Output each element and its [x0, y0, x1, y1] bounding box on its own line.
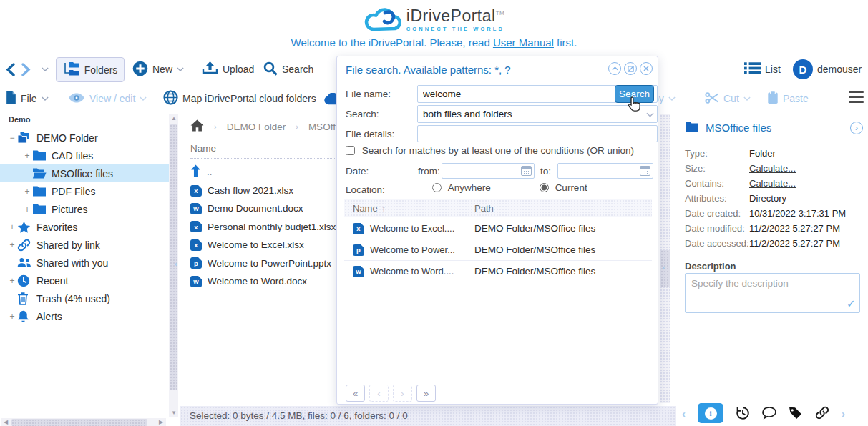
- search-result-row[interactable]: wWelcome to Word....DEMO Folder/MSOffice…: [344, 261, 652, 282]
- date-from-label: from:: [418, 166, 440, 177]
- tree-expander-icon[interactable]: +: [7, 222, 17, 232]
- file-details-input[interactable]: [417, 125, 658, 142]
- dialog-close-icon[interactable]: [640, 62, 653, 75]
- details-panel: MSOffice files › Type:FolderSize:Calcula…: [676, 113, 868, 426]
- date-to-input[interactable]: [557, 163, 653, 179]
- property-value-link[interactable]: Calculate...: [749, 163, 796, 178]
- tree-expander-icon[interactable]: +: [7, 312, 17, 322]
- sidebar-hscroll-thumb[interactable]: [11, 419, 147, 426]
- scroll-left-icon[interactable]: ◀: [4, 420, 8, 425]
- file-row[interactable]: wWelcome to Word.docx: [190, 272, 307, 290]
- details-expand-icon[interactable]: ›: [850, 122, 863, 134]
- share-link-icon[interactable]: [815, 406, 829, 420]
- details-title: MSOffice files: [706, 122, 771, 134]
- property-value-link[interactable]: Calculate...: [749, 178, 796, 193]
- tree-item-label: Recent: [36, 275, 68, 287]
- tree-expander-icon[interactable]: +: [22, 151, 32, 161]
- file-type-icon-x: x: [190, 221, 202, 232]
- description-input[interactable]: [685, 273, 860, 313]
- file-row[interactable]: pWelcome to PowerPoint.pptx: [190, 254, 331, 272]
- history-icon[interactable]: [736, 406, 750, 420]
- first-page-button[interactable]: «: [346, 385, 365, 402]
- file-name-label: File name:: [346, 89, 391, 99]
- up-directory-row[interactable]: ..: [190, 163, 213, 181]
- details-collapse-handle[interactable]: ‹: [663, 263, 665, 272]
- tree-expander-icon[interactable]: −: [7, 133, 17, 143]
- nav-forward-button[interactable]: [21, 57, 31, 81]
- results-name-column-header[interactable]: Name ↑: [344, 199, 444, 217]
- comments-icon[interactable]: [762, 406, 776, 420]
- new-button[interactable]: New: [132, 57, 184, 81]
- file-row[interactable]: xCash flow 2021.xlsx: [190, 182, 293, 199]
- user-menu[interactable]: D demouser: [793, 57, 862, 81]
- sidebar-item-pictures[interactable]: +Pictures: [0, 200, 169, 218]
- tree-expander-icon[interactable]: +: [7, 240, 17, 250]
- info-tab-button[interactable]: i: [698, 403, 723, 423]
- property-row: Type:Folder: [685, 148, 864, 163]
- search-result-row[interactable]: pWelcome to Power...DEMO Folder/MSOffice…: [344, 239, 652, 261]
- property-value: 11/2/2022 5:27:27 PM: [749, 223, 840, 238]
- actions-prev-icon[interactable]: ‹: [682, 407, 686, 420]
- sidebar-item-recent[interactable]: +Recent: [0, 272, 169, 289]
- description-save-check-icon[interactable]: ✓: [847, 297, 856, 310]
- view-edit-button[interactable]: View / edit: [68, 86, 147, 111]
- scroll-right-icon[interactable]: ▶: [159, 420, 163, 425]
- upload-button[interactable]: Upload: [202, 57, 254, 81]
- prev-page-button[interactable]: ‹: [369, 385, 389, 402]
- sidebar-item-alerts[interactable]: +Alerts: [0, 307, 169, 325]
- breadcrumb-demo-folder[interactable]: DEMO Folder: [227, 122, 286, 132]
- sidebar-item-trash-4-used[interactable]: Trash (4% used): [0, 289, 169, 307]
- user-manual-link[interactable]: User Manual: [493, 36, 554, 49]
- or-union-option: Search for matches by at least one of th…: [346, 145, 634, 156]
- dialog-collapse-icon[interactable]: [608, 62, 621, 75]
- search-type-select[interactable]: both files and folders: [417, 105, 658, 123]
- tag-icon[interactable]: [789, 406, 803, 420]
- nav-back-button[interactable]: [6, 57, 15, 81]
- calendar-icon[interactable]: [521, 166, 532, 176]
- sidebar-item-shared-with-you[interactable]: Shared with you: [0, 254, 169, 272]
- tree-expander-icon[interactable]: +: [7, 276, 17, 286]
- sidebar-item-favorites[interactable]: +Favorites: [0, 218, 169, 236]
- search-toolbar-button[interactable]: Search: [263, 57, 313, 81]
- map-cloud-folders-button[interactable]: Map iDrivePortal cloud folders: [163, 86, 316, 111]
- sidebar-collapse-handle[interactable]: ‹: [175, 259, 177, 268]
- file-row[interactable]: xWelcome to Excel.xlsx: [190, 236, 304, 254]
- or-union-checkbox[interactable]: [346, 146, 355, 155]
- file-row[interactable]: wDemo Document.docx: [190, 199, 303, 217]
- sidebar-item-demo-folder[interactable]: −DEMO Folder: [0, 129, 169, 147]
- tree-expander-icon[interactable]: +: [22, 204, 32, 214]
- dialog-search-button[interactable]: Search: [615, 85, 654, 103]
- folders-button[interactable]: Folders: [56, 57, 125, 82]
- home-icon[interactable]: [190, 119, 204, 134]
- menu-hamburger-icon[interactable]: [849, 90, 864, 104]
- sidebar-vscroll-thumb[interactable]: [170, 124, 177, 390]
- property-label: Attributes:: [685, 193, 749, 208]
- paste-button[interactable]: Paste: [767, 86, 809, 111]
- file-name-label: Welcome to Excel.xlsx: [208, 239, 304, 250]
- next-page-button[interactable]: ›: [393, 385, 412, 402]
- file-menu-button[interactable]: File: [6, 86, 49, 111]
- sidebar-item-msoffice-files[interactable]: MSOffice files: [0, 164, 169, 182]
- nav-history-dropdown[interactable]: [42, 57, 49, 81]
- cut-button[interactable]: Cut: [705, 86, 751, 111]
- tree-expander-icon[interactable]: +: [22, 187, 32, 197]
- calendar-icon[interactable]: [640, 166, 650, 176]
- actions-next-icon[interactable]: ›: [842, 407, 845, 420]
- results-path-column-header[interactable]: Path: [444, 203, 494, 214]
- dialog-detach-window-icon[interactable]: [624, 62, 637, 75]
- tree-item-label: Shared with you: [36, 257, 108, 269]
- sidebar-item-cad-files[interactable]: +CAD files: [0, 147, 169, 164]
- breadcrumb-separator: ›: [296, 122, 298, 131]
- last-page-button[interactable]: »: [416, 385, 436, 402]
- scroll-down-icon[interactable]: ▼: [171, 410, 177, 416]
- file-row[interactable]: xPersonal monthly budjet1.xlsx: [190, 218, 336, 236]
- scroll-up-icon[interactable]: ▲: [171, 116, 177, 122]
- current-radio[interactable]: [540, 183, 549, 192]
- anywhere-radio[interactable]: [432, 183, 442, 192]
- list-view-button[interactable]: List: [744, 57, 781, 81]
- folder-tree-sidebar: Demo −DEMO Folder+CAD filesMSOffice file…: [0, 113, 180, 426]
- sidebar-item-shared-by-link[interactable]: +Shared by link: [0, 236, 169, 254]
- list-icon: [744, 61, 761, 77]
- search-result-row[interactable]: xWelcome to Excel....DEMO Folder/MSOffic…: [344, 218, 652, 239]
- sidebar-item-pdf-files[interactable]: +PDF Files: [0, 182, 169, 200]
